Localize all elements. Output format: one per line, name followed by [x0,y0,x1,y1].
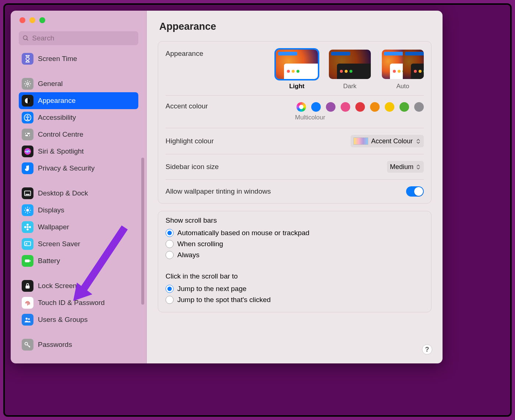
radio-icon [166,240,174,248]
sidebar-item-accessibility[interactable]: Accessibility [19,109,138,126]
sidebar-item-touch-id-password[interactable]: Touch ID & Password [19,294,138,311]
sidebar-item-users-groups[interactable]: Users & Groups [19,311,138,328]
fingerprint-icon [22,297,33,309]
svg-point-5 [27,115,28,117]
sidebar-icon-size-dropdown[interactable]: Medium [387,161,424,173]
radio-icon [166,296,174,304]
svg-point-23 [26,224,29,226]
appearance-mode-picker: LightDarkAuto [276,50,424,90]
sliders-icon [22,129,33,140]
sidebar-item-siri-spotlight[interactable]: Siri & Spotlight [19,143,138,160]
sidebar-scrollbar[interactable] [141,158,144,305]
sidebar-item-label: Appearance [38,97,75,105]
appearance-mode-dark[interactable]: Dark [329,50,371,90]
svg-point-28 [26,243,27,244]
svg-point-8 [26,133,27,134]
sidebar-item-battery[interactable]: Battery [19,252,138,269]
svg-point-0 [23,36,27,40]
accent-selected-label: Multicolour [295,114,325,121]
svg-point-26 [29,226,31,228]
sidebar-item-label: Control Centre [38,130,84,139]
appearance-mode-light[interactable]: Light [276,50,318,90]
sidebar-item-desktop-dock[interactable]: Desktop & Dock [19,185,138,202]
wallpaper-tinting-toggle[interactable] [406,186,424,197]
accent-blue[interactable] [311,102,321,112]
minimize-button[interactable] [29,17,35,23]
gear-icon [22,78,33,90]
sidebar: Screen TimeGeneralAppearanceAccessibilit… [11,11,147,363]
sidebar-item-label: Passwords [38,341,72,349]
sidebar-item-lock-screen[interactable]: Lock Screen [19,277,138,294]
sidebar-item-label: Privacy & Security [38,164,95,172]
close-button[interactable] [19,17,25,23]
svg-line-18 [25,208,26,209]
accent-graphite[interactable] [414,102,424,112]
svg-point-13 [26,209,29,211]
accent-colour-picker [296,102,424,112]
sidebar-item-general[interactable]: General [19,75,138,92]
sidebar-item-screen-time[interactable]: Screen Time [19,50,138,67]
radio-label: Jump to the spot that's clicked [177,296,271,304]
accent-pink[interactable] [341,102,350,112]
search-field[interactable] [19,31,138,45]
sidebar-item-privacy-security[interactable]: Privacy & Security [19,160,138,177]
svg-point-32 [26,318,28,320]
svg-rect-30 [30,260,31,262]
sidebar-item-displays[interactable]: Displays [19,202,138,219]
hand-icon [22,162,33,174]
dock-icon [22,187,33,199]
search-input[interactable] [32,34,135,42]
accent-multicolour[interactable] [296,102,306,112]
accent-colour-label: Accent colour [166,102,208,110]
svg-line-1 [26,39,28,40]
radio-icon [166,251,174,259]
sidebar-item-label: Lock Screen [38,282,77,290]
sidebar-item-control-centre[interactable]: Control Centre [19,126,138,143]
sidebar-item-label: Screen Saver [38,240,80,248]
sidebar-item-passwords[interactable]: Passwords [19,336,138,353]
appearance-card: Appearance LightDarkAuto Accent colour M… [158,41,431,204]
chevron-updown-icon [416,165,421,169]
highlight-gradient-swatch [354,137,368,145]
key-icon [22,339,33,351]
sidebar-item-label: Users & Groups [38,316,88,324]
appearance-mode-auto[interactable]: Auto [382,50,424,90]
click-scroll-option-1[interactable]: Jump to the spot that's clicked [166,294,424,305]
flower-icon [22,221,33,233]
svg-point-33 [28,318,30,320]
svg-point-9 [28,135,29,136]
accent-red[interactable] [355,102,365,112]
screensaver-icon [22,238,33,250]
show-scroll-option-2[interactable]: Always [166,250,424,261]
help-button[interactable]: ? [422,344,432,355]
main-pane: Appearance Appearance LightDarkAuto Acce… [147,11,443,363]
accent-green[interactable] [399,102,409,112]
highlight-colour-dropdown[interactable]: Accent Colour [351,135,424,147]
click-scroll-option-0[interactable]: Jump to the next page [166,283,424,294]
svg-rect-12 [26,194,30,195]
svg-line-19 [29,212,30,213]
radio-icon [166,229,174,237]
sidebar-item-appearance[interactable]: Appearance [19,92,138,109]
highlight-colour-value: Accent Colour [371,137,413,145]
sidebar-list[interactable]: Screen TimeGeneralAppearanceAccessibilit… [11,49,146,363]
zoom-button[interactable] [39,17,45,23]
radio-icon [166,285,174,293]
users-icon [22,314,33,326]
appearance-mode-caption: Light [276,83,318,90]
radio-label: Always [177,251,199,259]
show-scroll-option-0[interactable]: Automatically based on mouse or trackpad [166,227,424,238]
svg-point-25 [24,226,26,228]
sidebar-item-screen-saver[interactable]: Screen Saver [19,236,138,252]
show-scroll-bars-label: Show scroll bars [166,216,424,225]
battery-icon [22,255,33,267]
accent-orange[interactable] [370,102,380,112]
sidebar-item-label: Touch ID & Password [38,299,105,307]
sidebar-item-label: Battery [38,257,60,265]
accent-purple[interactable] [326,102,335,112]
accent-yellow[interactable] [385,102,394,112]
sidebar-item-wallpaper[interactable]: Wallpaper [19,219,138,236]
system-settings-window: Screen TimeGeneralAppearanceAccessibilit… [11,11,443,363]
show-scroll-option-1[interactable]: When scrolling [166,238,424,250]
scroll-card: Show scroll bars Automatically based on … [158,211,431,312]
